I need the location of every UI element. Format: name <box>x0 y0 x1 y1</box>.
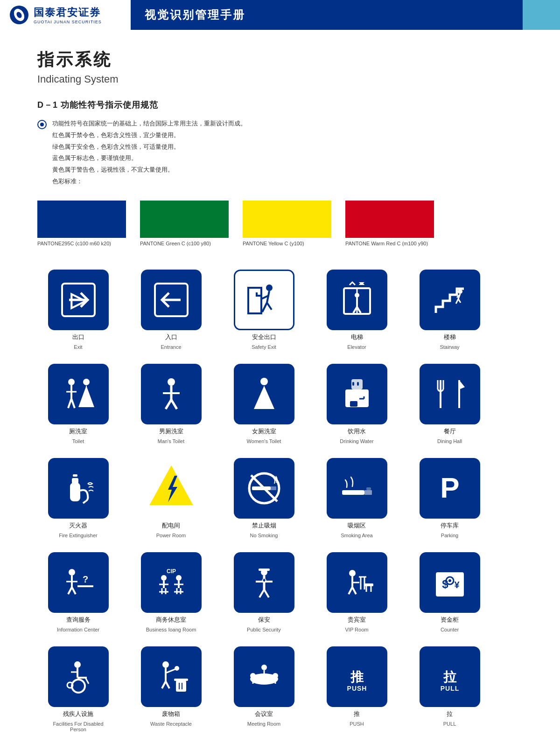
label-en-pull: PULL <box>443 721 456 727</box>
desc-line-5: 黄色属于警告色，远视性强，不宜大量使用。 <box>52 165 246 175</box>
svg-point-31 <box>83 379 90 385</box>
label-en-mens-toilet: Man's Toilet <box>158 438 185 444</box>
svg-line-70 <box>72 587 76 594</box>
exit-svg: ▷ <box>60 281 97 319</box>
label-en-fire-extinguisher: Fire Extinguisher <box>59 533 98 538</box>
icon-entrance: 入口 Entrance <box>130 270 212 350</box>
svg-rect-52 <box>70 483 80 501</box>
label-cn-drinking-water: 饮用水 <box>348 427 366 436</box>
desc-line-4: 蓝色属于标志色，要谨慎使用。 <box>52 153 246 163</box>
label-en-parking: Parking <box>441 533 458 538</box>
section-title-en: Indicating System <box>37 73 523 85</box>
icon-box-toilet <box>48 364 109 424</box>
svg-line-91 <box>264 590 269 597</box>
svg-text:PUSH: PUSH <box>347 685 367 692</box>
svg-rect-60 <box>271 486 276 490</box>
label-cn-elevator: 电梯 <box>351 333 363 341</box>
counter-svg: $ ¥ <box>431 564 469 601</box>
svg-point-21 <box>458 289 462 294</box>
business-lounge-svg: CIP <box>153 564 190 601</box>
label-en-public-security: Public Security <box>247 627 281 632</box>
section-title-cn: 指示系统 <box>37 49 523 71</box>
svg-text:CIP: CIP <box>166 568 175 575</box>
svg-line-90 <box>259 590 264 597</box>
svg-point-108 <box>448 579 451 582</box>
svg-rect-123 <box>176 680 186 692</box>
label-cn-information-center: 查询服务 <box>66 616 91 624</box>
label-en-no-smoking: No Smoking <box>250 533 278 538</box>
icon-box-mens-toilet <box>141 364 202 424</box>
logo-icon <box>9 5 29 25</box>
color-swatches: PANTONE295C (c100 m60 k20) PANTONE Green… <box>37 201 523 246</box>
power-room-svg <box>146 463 197 514</box>
svg-point-74 <box>161 575 167 581</box>
icon-fire-extinguisher: 灭火器 Fire Extinguisher <box>37 458 119 538</box>
drinking-water-svg <box>338 375 376 413</box>
icons-row-1: ▷ 出口 Exit 入口 Entrance <box>37 270 523 350</box>
icon-box-entrance <box>141 270 202 330</box>
swatch-yellow: PANTONE Yellow C (y100) <box>243 201 331 246</box>
icons-row-2: 厕洗室 Toilet 男厕洗室 Man's Toilet <box>37 364 523 444</box>
label-en-stairway: Stairway <box>440 344 459 350</box>
icon-box-business-lounge: CIP <box>141 552 202 613</box>
svg-rect-45 <box>350 401 357 407</box>
svg-rect-63 <box>364 490 372 495</box>
icon-drinking-water: 饮用水 Drinking Water <box>316 364 398 444</box>
icon-box-womens-toilet <box>234 364 294 424</box>
toilet-svg <box>60 375 97 413</box>
entrance-svg <box>153 281 190 319</box>
waste-bin-svg <box>153 658 190 695</box>
svg-line-69 <box>68 587 72 594</box>
svg-line-97 <box>352 587 356 594</box>
label-en-elevator: Elevator <box>347 344 366 350</box>
label-en-dining-hall: Dining Hall <box>437 438 462 444</box>
icon-smoking-area: 吸烟区 Smoking Area <box>316 458 398 538</box>
desc-line-1: 功能性符号在国家统一的基础上，结合国际上常用主法，重新设计而成。 <box>52 119 246 129</box>
svg-line-119 <box>162 681 166 688</box>
svg-point-34 <box>168 378 175 386</box>
icon-box-push: 推 PUSH <box>327 646 387 707</box>
disabled-svg <box>60 658 97 695</box>
icon-dining-hall: 餐厅 Dining Hall <box>409 364 490 444</box>
icon-elevator: 电梯 Elevator <box>316 270 398 350</box>
icon-box-pull: 拉 PULL <box>420 646 480 707</box>
svg-text:推: 推 <box>350 670 364 684</box>
logo-en: GUOTAI JUNAN SECURITIES <box>34 20 102 24</box>
svg-point-26 <box>68 379 75 385</box>
no-smoking-svg <box>245 470 283 507</box>
label-cn-pull: 拉 <box>447 710 453 718</box>
svg-line-115 <box>85 678 89 684</box>
svg-rect-44 <box>357 382 359 386</box>
fire-extinguisher-svg <box>60 470 97 507</box>
swatch-box-blue <box>37 201 126 238</box>
label-en-counter: Counter <box>441 627 459 632</box>
elevator-svg <box>338 281 376 319</box>
icon-box-power-room <box>141 458 202 519</box>
logo-area: 国泰君安证券 GUOTAI JUNAN SECURITIES <box>0 0 131 30</box>
label-en-smoking-area: Smoking Area <box>341 533 372 538</box>
header: 国泰君安证券 GUOTAI JUNAN SECURITIES 视觉识别管理手册 <box>0 0 560 30</box>
svg-line-37 <box>171 400 177 409</box>
main-content: 指示系统 Indicating System D－1 功能性符号指示使用规范 功… <box>0 30 560 756</box>
logo-text: 国泰君安证券 GUOTAI JUNAN SECURITIES <box>34 6 102 24</box>
label-en-vip-room: VIP Room <box>345 627 369 632</box>
label-cn-vip-room: 贵宾室 <box>348 616 366 624</box>
desc-line-6: 色彩标准： <box>52 177 246 187</box>
label-en-meeting-room: Meeting Room <box>247 721 281 727</box>
icon-mens-toilet: 男厕洗室 Man's Toilet <box>130 364 212 444</box>
vip-room-svg <box>338 564 376 601</box>
parking-svg: P <box>431 470 469 507</box>
icon-box-safety-exit <box>234 270 294 330</box>
icons-row-5: 残疾人设施 Facilities For Disabled Person <box>37 646 523 732</box>
icon-counter: $ ¥ 资金柜 Counter <box>409 552 490 632</box>
label-cn-mens-toilet: 男厕洗室 <box>159 427 183 436</box>
label-cn-meeting-room: 会议室 <box>255 710 273 718</box>
desc-block: 功能性符号在国家统一的基础上，结合国际上常用主法，重新设计而成。 红色属于禁令色… <box>37 119 523 187</box>
label-en-womens-toilet: Women's Toilet <box>247 438 281 444</box>
icon-box-waste-bin <box>141 646 202 707</box>
swatch-red: PANTONE Warm Red C (m100 y90) <box>345 201 434 246</box>
icon-vip-room: 贵宾室 VIP Room <box>316 552 398 632</box>
logo-cn: 国泰君安证券 <box>34 6 102 20</box>
label-cn-exit: 出口 <box>72 333 84 341</box>
icons-section: ▷ 出口 Exit 入口 Entrance <box>37 270 523 732</box>
